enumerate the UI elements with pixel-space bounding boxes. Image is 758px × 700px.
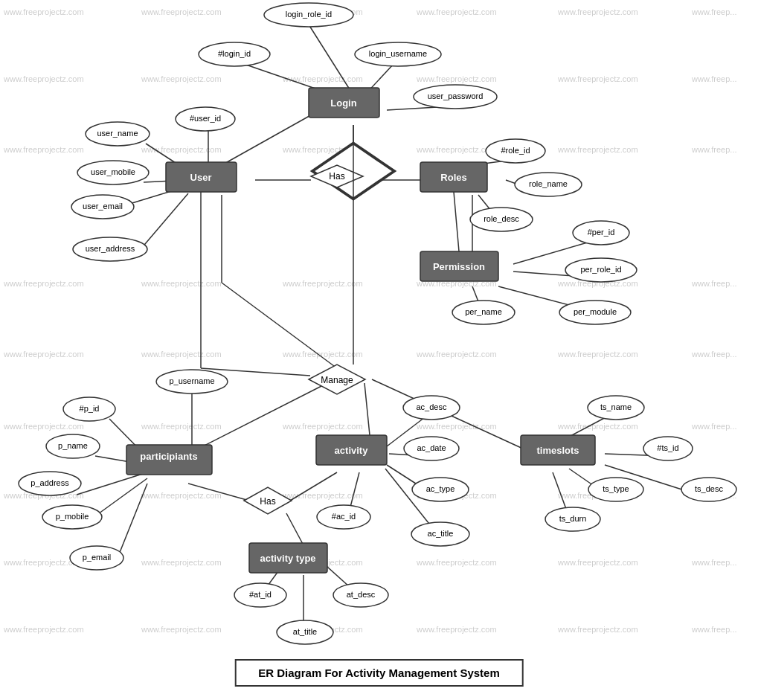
svg-text:login_username: login_username (369, 49, 427, 58)
svg-text:at_desc: at_desc (347, 590, 376, 599)
svg-text:per_role_id: per_role_id (580, 265, 621, 274)
svg-text:ts_name: ts_name (600, 402, 632, 411)
svg-line-23 (364, 383, 370, 443)
svg-text:p_address: p_address (30, 478, 69, 487)
svg-text:Login: Login (330, 97, 356, 109)
svg-text:ts_durn: ts_durn (559, 514, 587, 523)
svg-text:user_address: user_address (86, 244, 135, 253)
svg-text:Has: Has (329, 171, 344, 182)
svg-text:#ts_id: #ts_id (657, 443, 678, 452)
svg-text:Permission: Permission (433, 261, 485, 272)
svg-line-143 (454, 192, 459, 251)
svg-text:ac_desc: ac_desc (417, 402, 447, 411)
svg-text:timeslots: timeslots (536, 445, 579, 456)
svg-text:#user_id: #user_id (190, 114, 221, 123)
caption-text: ER Diagram For Activity Management Syste… (258, 667, 500, 679)
svg-line-24 (188, 383, 327, 454)
svg-text:p_mobile: p_mobile (56, 512, 89, 521)
svg-text:per_module: per_module (574, 307, 617, 316)
svg-text:user_name: user_name (97, 129, 138, 138)
svg-line-29 (77, 472, 147, 495)
svg-line-30 (96, 478, 147, 516)
er-diagram: .entity { fill: #666; stroke: #333; stro… (0, 0, 758, 700)
svg-text:Manage: Manage (321, 375, 353, 385)
svg-text:p_username: p_username (169, 376, 214, 385)
svg-text:role_desc: role_desc (484, 214, 519, 223)
svg-text:user_mobile: user_mobile (91, 167, 135, 176)
svg-line-32 (188, 484, 249, 501)
svg-line-42 (290, 472, 337, 501)
svg-line-4 (222, 110, 320, 165)
svg-text:ac_title: ac_title (428, 529, 454, 538)
svg-text:User: User (190, 172, 212, 183)
svg-text:#login_id: #login_id (218, 49, 251, 58)
svg-line-0 (309, 25, 353, 95)
svg-text:ts_desc: ts_desc (695, 484, 723, 493)
svg-text:#at_id: #at_id (249, 590, 272, 599)
svg-text:role_name: role_name (529, 179, 568, 188)
svg-text:participiants: participiants (140, 451, 197, 462)
svg-line-31 (118, 484, 147, 558)
svg-text:p_name: p_name (58, 441, 88, 450)
svg-text:Has: Has (260, 496, 275, 507)
svg-text:activity: activity (335, 445, 369, 456)
svg-text:user_password: user_password (428, 91, 484, 100)
svg-text:#ac_id: #ac_id (332, 512, 356, 521)
svg-text:per_name: per_name (465, 307, 502, 316)
caption-box: ER Diagram For Activity Management Syste… (234, 659, 524, 687)
svg-line-22 (222, 283, 337, 368)
svg-text:Roles: Roles (440, 172, 466, 183)
svg-text:at_title: at_title (293, 627, 317, 636)
svg-text:ts_type: ts_type (603, 484, 629, 493)
svg-text:activity type: activity type (260, 553, 315, 564)
svg-line-33 (286, 513, 303, 545)
svg-text:ac_date: ac_date (417, 443, 446, 452)
svg-text:login_role_id: login_role_id (286, 10, 332, 19)
svg-text:#per_id: #per_id (588, 228, 615, 237)
svg-text:#role_id: #role_id (501, 146, 530, 155)
svg-text:user_email: user_email (83, 202, 123, 211)
svg-text:p_email: p_email (83, 553, 112, 562)
svg-text:#p_id: #p_id (80, 404, 100, 413)
svg-text:ac_type: ac_type (426, 484, 455, 493)
svg-line-10 (141, 193, 188, 249)
